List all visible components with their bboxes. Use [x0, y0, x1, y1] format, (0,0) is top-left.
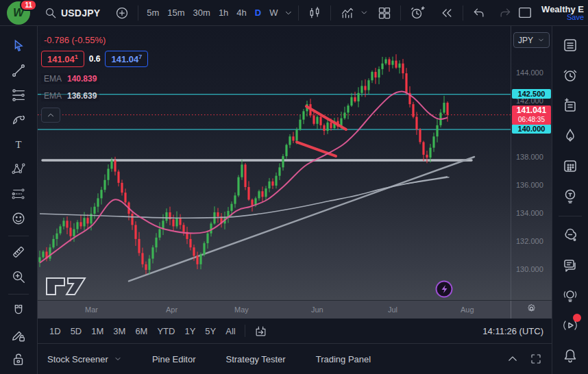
watchlist-button[interactable]: [558, 33, 583, 57]
right-sidebar: [552, 26, 588, 374]
range-1y[interactable]: 1Y: [180, 323, 200, 339]
alerts-button[interactable]: [558, 63, 583, 87]
chart-canvas[interactable]: -0.786 (-0.55%) 141.041 0.6 141.047 EMA1…: [38, 26, 511, 300]
price-level-badge[interactable]: 140.000: [512, 124, 551, 134]
price-level-badge[interactable]: 142.500: [512, 89, 551, 99]
timeframe-15m[interactable]: 15m: [163, 5, 188, 21]
range-all[interactable]: All: [221, 323, 240, 339]
alert-clock-plus-icon: [410, 5, 425, 21]
xabcd-pattern-tool-button[interactable]: [7, 158, 30, 181]
cursor-tool-button[interactable]: [7, 34, 30, 58]
timeframe-1d[interactable]: D: [251, 5, 265, 21]
compare-add-button[interactable]: [110, 3, 134, 23]
account-menu-button[interactable]: W 11: [5, 1, 33, 25]
range-1d[interactable]: 1D: [45, 323, 66, 339]
calendar-button[interactable]: [558, 153, 583, 177]
tab-stock-screener[interactable]: Stock Screener: [47, 354, 122, 364]
data-window-button[interactable]: [558, 93, 583, 117]
forecast-tool-button[interactable]: [7, 182, 30, 205]
text-tool-button[interactable]: T: [7, 133, 30, 156]
notification-badge: 11: [20, 0, 37, 11]
drawing-lock-button[interactable]: [7, 323, 30, 347]
timeframe-5m[interactable]: 5m: [143, 5, 163, 21]
time-axis-label: Apr: [166, 306, 177, 314]
flag-trend-line[interactable]: [297, 142, 336, 156]
symbol-legend: -0.786 (-0.55%) 141.041 0.6 141.047 EMA1…: [41, 34, 148, 123]
bar-replay-button[interactable]: [435, 3, 458, 23]
range-5y[interactable]: 5Y: [200, 323, 221, 339]
toolbar-separator: [330, 5, 331, 21]
tab-trading-panel[interactable]: Trading Panel: [316, 354, 371, 364]
chart-settings-button[interactable]: [526, 303, 537, 316]
ema-slow-label: EMA: [44, 91, 62, 101]
range-3m[interactable]: 3M: [108, 323, 130, 339]
fib-retracement-tool-button[interactable]: [7, 84, 30, 107]
chart-style-button[interactable]: [303, 3, 326, 23]
trend-line-tool-button[interactable]: [7, 59, 30, 82]
tab-pine-editor[interactable]: Pine Editor: [152, 354, 196, 364]
range-5d[interactable]: 5D: [66, 323, 87, 339]
indicators-button[interactable]: [335, 3, 360, 23]
buy-price-button[interactable]: 141.047: [105, 51, 148, 67]
chat-button[interactable]: [558, 253, 583, 277]
ema-slow-legend[interactable]: EMA136.639: [41, 90, 99, 101]
toolbar-divider: [8, 236, 29, 236]
range-1m[interactable]: 1M: [86, 323, 108, 339]
bid-pip: 1: [75, 53, 78, 60]
emoji-tool-button[interactable]: [7, 207, 30, 230]
minds-button[interactable]: [558, 223, 583, 247]
chevron-down-icon: [537, 36, 545, 44]
currency-dropdown[interactable]: JPY: [513, 32, 550, 48]
indicators-menu-chevron-icon[interactable]: [360, 8, 369, 17]
zoom-in-tool-button[interactable]: [7, 265, 30, 288]
price-tick: 132.000: [516, 237, 543, 245]
maximize-panel-icon[interactable]: [530, 353, 542, 365]
time-axis[interactable]: MarAprMayJunJulAug: [38, 300, 552, 319]
magnet-mode-button[interactable]: [7, 299, 30, 322]
clock-utc[interactable]: 14:11:26 (UTC): [482, 326, 545, 336]
create-alert-button[interactable]: [405, 3, 430, 23]
range-6m[interactable]: 6M: [130, 323, 152, 339]
time-axis-label: Aug: [461, 306, 474, 314]
streams-button[interactable]: [558, 284, 583, 308]
price-tick: 138.000: [516, 153, 543, 161]
flag-trend-line[interactable]: [306, 106, 346, 129]
ema-fast-label: EMA: [44, 74, 62, 84]
screenshot-rect-icon[interactable]: [517, 5, 533, 21]
ema-fast-legend[interactable]: EMA140.839: [41, 73, 99, 84]
timeframe-1h[interactable]: 1h: [215, 5, 232, 21]
live-streams-button[interactable]: [558, 314, 583, 338]
price-axis[interactable]: JPY 144.000142.000138.000136.000134.0001…: [511, 26, 552, 300]
sell-price-button[interactable]: 141.041: [41, 51, 84, 67]
range-ytd[interactable]: YTD: [152, 323, 180, 339]
measure-tool-button[interactable]: [7, 240, 30, 264]
go-to-date-button[interactable]: [249, 322, 272, 340]
timeframe-4h[interactable]: 4h: [232, 5, 250, 21]
redo-button[interactable]: [493, 3, 517, 23]
timeframe-menu-chevron-icon[interactable]: [284, 8, 293, 18]
gear-icon: [526, 303, 537, 314]
tab-label: Pine Editor: [152, 354, 196, 364]
undo-button[interactable]: [467, 3, 491, 23]
redo-icon: [498, 6, 512, 20]
layout-grid-button[interactable]: [373, 3, 396, 23]
hotlists-button[interactable]: [558, 123, 583, 147]
timeframe-1w[interactable]: W: [265, 5, 282, 21]
ideas-button[interactable]: [558, 184, 583, 208]
notifications-button[interactable]: [558, 344, 583, 368]
symbol-search-button[interactable]: USDJPY: [40, 4, 105, 22]
timeframe-30m[interactable]: 30m: [189, 5, 215, 21]
panel-expand-chevron-icon[interactable]: [506, 353, 519, 365]
symbol-name: USDJPY: [61, 8, 100, 18]
ema-fast-value: 140.839: [67, 74, 97, 84]
search-icon: [45, 7, 57, 19]
brush-tool-button[interactable]: [7, 108, 30, 132]
plus-circle-icon: [115, 6, 129, 20]
layout-manager-button[interactable]: Wealthy E Save: [539, 5, 584, 21]
tab-strategy-tester[interactable]: Strategy Tester: [225, 354, 285, 364]
toolbar-separator: [245, 325, 245, 337]
lock-all-drawings-button[interactable]: [7, 348, 30, 371]
save-layout-link[interactable]: Save: [539, 14, 584, 21]
price-tick: 130.000: [516, 265, 543, 273]
legend-collapse-button[interactable]: [41, 108, 60, 123]
